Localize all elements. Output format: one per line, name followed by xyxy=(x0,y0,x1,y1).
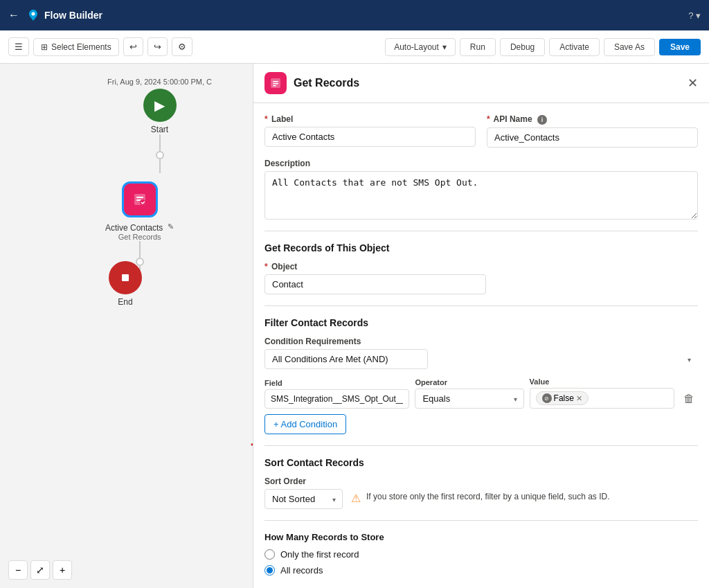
only-first-radio[interactable] xyxy=(264,549,275,560)
app-logo: Flow Builder xyxy=(26,8,102,22)
object-group: * Object xyxy=(264,262,486,294)
add-condition-button[interactable]: + Add Condition xyxy=(264,414,346,434)
label-api-row: * Label * API Name i xyxy=(264,114,698,148)
panel-icon xyxy=(264,72,287,94)
condition-req-arrow: ▾ xyxy=(688,355,691,363)
start-node-wrapper: Fri, Aug 9, 2024 5:00:00 PM, C ▶ Start xyxy=(107,78,212,173)
description-textarea[interactable]: All Contacts that are not SMS Opt Out. xyxy=(264,171,698,220)
divider-4 xyxy=(264,520,698,521)
help-menu[interactable]: ? ▾ xyxy=(688,10,701,21)
label-input[interactable] xyxy=(264,127,476,147)
connector-line-1 xyxy=(159,134,161,151)
filter-field-input[interactable] xyxy=(264,389,409,409)
object-label: * Object xyxy=(264,262,486,271)
select-elements-button[interactable]: ⊞ Select Elements xyxy=(33,38,119,56)
operator-select[interactable]: Equals Does Not Equal xyxy=(415,389,523,409)
value-pill-container[interactable]: ⊘ False ✕ xyxy=(530,388,674,409)
sidebar-toggle-button[interactable]: ☰ xyxy=(8,37,29,56)
divider-3 xyxy=(264,445,698,446)
connector-line-2 xyxy=(159,159,161,173)
only-first-radio-label[interactable]: Only the first record xyxy=(264,549,698,560)
back-button[interactable]: ← xyxy=(8,9,19,21)
all-records-radio[interactable] xyxy=(264,565,275,576)
select-elements-icon: ⊞ xyxy=(41,42,48,52)
end-node[interactable] xyxy=(109,261,142,294)
object-input[interactable] xyxy=(264,274,486,294)
api-name-group: * API Name i xyxy=(487,114,698,148)
value-pill-remove-button[interactable]: ✕ xyxy=(576,394,582,403)
filter-condition-row: Field Operator Equals Does Not Equal ▾ V… xyxy=(264,377,698,409)
svg-rect-2 xyxy=(136,197,143,198)
sort-order-select[interactable]: Not Sorted Ascending Descending xyxy=(264,489,343,509)
start-label: Start xyxy=(151,125,168,134)
api-name-label: * API Name i xyxy=(487,114,698,125)
save-as-button[interactable]: Save As xyxy=(604,38,655,56)
field-col-label: Field xyxy=(264,379,409,387)
get-records-sublabel: Get Records xyxy=(118,233,161,241)
sort-warning-text: If you store only the first record, filt… xyxy=(366,492,610,501)
api-required-marker: * xyxy=(487,114,490,124)
select-elements-label: Select Elements xyxy=(51,42,111,52)
svg-rect-5 xyxy=(122,274,129,281)
zoom-out-button[interactable]: − xyxy=(8,560,28,580)
how-many-radio-group: Only the first record All records xyxy=(264,549,698,576)
panel-header: Get Records ✕ xyxy=(253,64,709,103)
filter-delete-button[interactable]: 🗑 xyxy=(680,389,698,409)
redo-button[interactable]: ↪ xyxy=(147,37,168,56)
divider-2 xyxy=(264,305,698,306)
edit-icon[interactable]: ✎ xyxy=(168,222,174,231)
get-records-section-header: Get Records of This Object xyxy=(264,242,698,253)
how-many-title: How Many Records to Store xyxy=(264,532,698,542)
get-records-node[interactable] xyxy=(122,181,158,217)
end-node-wrapper: End xyxy=(109,261,142,307)
object-required-marker: * xyxy=(264,262,268,271)
operator-col-label: Operator xyxy=(415,378,523,386)
node-label-row xyxy=(122,181,158,217)
svg-rect-7 xyxy=(273,81,278,82)
start-node[interactable]: ▶ xyxy=(143,89,177,122)
auto-layout-button[interactable]: Auto-Layout ▾ xyxy=(385,38,456,56)
description-group: Description All Contacts that are not SM… xyxy=(264,159,698,220)
activate-button[interactable]: Activate xyxy=(549,38,600,56)
app-title: Flow Builder xyxy=(44,10,102,21)
timestamp-label: Fri, Aug 9, 2024 5:00:00 PM, C xyxy=(107,78,212,86)
description-label: Description xyxy=(264,159,698,168)
svg-rect-9 xyxy=(273,85,276,87)
api-name-input[interactable] xyxy=(487,127,698,148)
filter-value-group: Value ⊘ False ✕ xyxy=(530,377,674,409)
how-many-section: How Many Records to Store Only the first… xyxy=(264,532,698,584)
label-required-marker: * xyxy=(264,114,268,124)
panel-body: * Label * API Name i Description xyxy=(253,103,709,588)
arrow-indicator: ➜ xyxy=(250,434,253,455)
save-button[interactable]: Save xyxy=(659,39,701,55)
value-pill: ⊘ False ✕ xyxy=(536,391,589,405)
main-content: Fri, Aug 9, 2024 5:00:00 PM, C ▶ Start xyxy=(0,64,709,588)
auto-layout-label: Auto-Layout xyxy=(394,42,439,52)
zoom-controls: − ⤢ + xyxy=(8,560,72,580)
svg-rect-8 xyxy=(273,83,278,84)
zoom-fit-button[interactable]: ⤢ xyxy=(30,560,50,580)
canvas: Fri, Aug 9, 2024 5:00:00 PM, C ▶ Start xyxy=(0,64,253,588)
api-name-info-icon[interactable]: i xyxy=(537,115,547,125)
sort-warning-box: ⚠ If you store only the first record, fi… xyxy=(351,476,610,509)
condition-req-wrapper: All Conditions Are Met (AND) Any Conditi… xyxy=(264,349,698,369)
operator-select-wrapper: Equals Does Not Equal ▾ xyxy=(415,389,523,409)
filter-operator-group: Operator Equals Does Not Equal ▾ xyxy=(415,378,523,409)
top-nav: ← Flow Builder ? ▾ xyxy=(0,0,709,30)
run-button[interactable]: Run xyxy=(460,38,496,56)
settings-button[interactable]: ⚙ xyxy=(172,37,192,56)
get-records-icon xyxy=(132,191,148,208)
all-records-radio-label[interactable]: All records xyxy=(264,565,698,576)
value-col-label: Value xyxy=(530,377,674,386)
sort-select-wrap: Sort Order Not Sorted Ascending Descendi… xyxy=(264,476,343,509)
undo-button[interactable]: ↩ xyxy=(123,37,143,56)
condition-req-select[interactable]: All Conditions Are Met (AND) Any Conditi… xyxy=(264,349,428,369)
value-pill-icon: ⊘ xyxy=(542,393,552,403)
zoom-in-button[interactable]: + xyxy=(53,560,72,580)
sort-section-header: Sort Contact Records xyxy=(264,457,698,468)
debug-button[interactable]: Debug xyxy=(500,38,545,56)
connector-line-3 xyxy=(139,241,141,258)
panel-title: Get Records xyxy=(294,77,359,89)
panel-close-button[interactable]: ✕ xyxy=(688,75,698,91)
sort-select-wrapper: Not Sorted Ascending Descending ▾ xyxy=(264,489,343,509)
